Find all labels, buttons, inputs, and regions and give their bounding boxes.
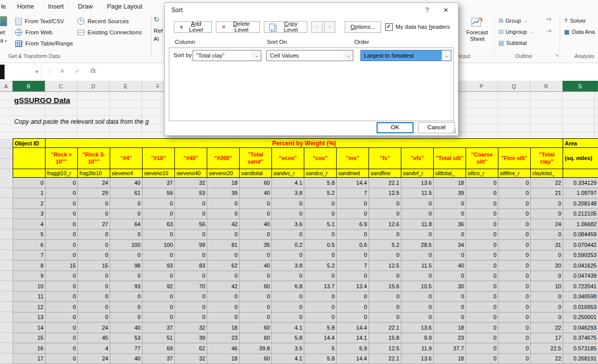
header-percent-by-weight[interactable]: Percent by Weight (%) [45, 139, 563, 148]
data-cell[interactable]: 0.268191 [563, 353, 598, 364]
data-cell[interactable]: 0.016953 [563, 302, 598, 313]
data-cell[interactable]: 0 [110, 302, 143, 313]
data-cell[interactable]: 24 [531, 219, 563, 230]
data-cell[interactable]: 0 [45, 219, 78, 230]
outline-dialog-launcher[interactable]: ↘ [555, 53, 559, 58]
data-cell[interactable]: 0 [531, 271, 563, 281]
data-cell[interactable]: 0 [498, 281, 531, 292]
data-cell[interactable]: 0 [143, 198, 175, 209]
field-name-cell[interactable]: silttotal_ [434, 169, 466, 178]
header-subcolumn[interactable]: "#40" [175, 148, 207, 169]
data-cell[interactable]: 0 [110, 271, 143, 281]
data-cell[interactable]: 0 [143, 209, 175, 219]
data-cell[interactable]: 0 [466, 261, 498, 271]
column-header-S[interactable]: S [563, 81, 598, 91]
data-cell[interactable]: 5.8 [272, 333, 304, 343]
data-cell[interactable]: 0 [369, 291, 401, 302]
header-subcolumn[interactable]: "vcos" [272, 148, 304, 169]
data-cell[interactable]: 5.8 [304, 353, 337, 364]
data-cell[interactable]: 0 [466, 229, 498, 240]
data-cell[interactable]: 4.1 [272, 323, 304, 333]
data-cell[interactable]: 0 [110, 209, 143, 219]
field-name-cell[interactable]: sandfine [369, 169, 401, 178]
data-cell[interactable]: 0 [337, 271, 369, 281]
data-cell[interactable]: 0 [272, 291, 304, 302]
data-cell[interactable]: 0 [466, 302, 498, 313]
data-cell[interactable]: 64 [110, 219, 143, 230]
data-cell[interactable]: 0 [207, 312, 240, 323]
data-cell[interactable]: 0.5 [304, 240, 337, 250]
recent-sources-button[interactable]: Recent Sources [77, 16, 142, 27]
data-cell[interactable]: 14.4 [337, 178, 369, 188]
column-header-E[interactable]: E [110, 81, 142, 91]
data-cell[interactable]: 0 [466, 250, 498, 261]
from-web-button[interactable]: From Web [15, 27, 73, 38]
data-cell[interactable]: 40 [240, 261, 272, 271]
data-cell[interactable]: 5.2 [304, 261, 337, 271]
data-cell[interactable]: 0 [175, 209, 207, 219]
header-subcolumn[interactable]: "ms" [337, 148, 369, 169]
data-cell[interactable]: 28.5 [401, 240, 434, 250]
data-cell[interactable]: 22.5 [531, 343, 563, 354]
data-cell[interactable]: 0 [369, 198, 401, 209]
solver-button[interactable]: ? Solver [564, 16, 586, 26]
data-cell[interactable]: 29 [78, 188, 110, 198]
data-cell[interactable]: 62 [175, 343, 207, 354]
data-cell[interactable]: 0 [175, 198, 207, 209]
data-cell[interactable]: 0 [304, 198, 337, 209]
add-level-button[interactable]: + Add Level [174, 21, 212, 33]
field-name-cell[interactable]: claytotal_ [531, 169, 563, 178]
field-name-cell[interactable]: siltco_r [466, 169, 498, 178]
header-subcolumn[interactable]: "Total clay" [531, 148, 563, 169]
field-name-empty[interactable] [563, 169, 598, 178]
data-cell[interactable]: 1.09797 [563, 188, 598, 198]
data-cell[interactable]: 63 [143, 219, 175, 230]
data-cell[interactable]: 0 [337, 312, 369, 323]
data-cell[interactable]: 34 [434, 240, 466, 250]
column-header-B[interactable]: B [13, 81, 45, 91]
data-cell[interactable]: 5.8 [304, 323, 337, 333]
data-cell[interactable]: 40 [110, 323, 143, 333]
data-cell[interactable]: 0 [304, 291, 337, 302]
data-cell[interactable]: 62 [207, 261, 240, 271]
existing-connections-button[interactable]: Existing Connections [77, 27, 142, 38]
data-cell[interactable]: 22 [531, 323, 563, 333]
data-cell[interactable]: 0 [498, 198, 531, 209]
data-cell[interactable]: 60 [240, 281, 272, 292]
data-cell[interactable]: 0 [466, 209, 498, 219]
data-cell[interactable]: 0 [498, 261, 531, 271]
data-cell[interactable]: 0 [531, 250, 563, 261]
data-cell[interactable]: 17 [13, 353, 45, 364]
data-cell[interactable]: 0 [401, 312, 434, 323]
data-cell[interactable]: 0 [466, 219, 498, 230]
data-cell[interactable]: 0 [466, 343, 498, 354]
data-cell[interactable]: 0 [304, 271, 337, 281]
data-cell[interactable]: 0 [45, 198, 78, 209]
data-cell[interactable]: 14.4 [304, 333, 337, 343]
data-cell[interactable]: 0 [110, 250, 143, 261]
data-cell[interactable]: 5.1 [304, 219, 337, 230]
data-cell[interactable]: 0 [45, 323, 78, 333]
data-cell[interactable]: 0 [175, 229, 207, 240]
data-cell[interactable]: 0 [498, 250, 531, 261]
data-cell[interactable]: 0 [401, 229, 434, 240]
data-cell[interactable]: 5.2 [369, 240, 401, 250]
data-cell[interactable]: 0 [498, 240, 531, 250]
header-subcolumn[interactable]: "#10" [143, 148, 175, 169]
data-cell[interactable]: 6.8 [272, 281, 304, 292]
data-cell[interactable]: 0 [337, 198, 369, 209]
data-cell[interactable]: 40 [240, 219, 272, 230]
data-cell[interactable]: 32 [175, 178, 207, 188]
data-cell[interactable]: 0 [45, 333, 78, 343]
data-cell[interactable]: 0 [143, 302, 175, 313]
data-cell[interactable]: 0 [45, 209, 78, 219]
data-cell[interactable]: 20 [531, 261, 563, 271]
data-cell[interactable]: 0 [78, 312, 110, 323]
data-cell[interactable]: 23 [434, 333, 466, 343]
data-cell[interactable]: 59 [143, 188, 175, 198]
data-cell[interactable]: 0 [337, 291, 369, 302]
data-cell[interactable]: 0 [498, 209, 531, 219]
data-cell[interactable]: 16 [13, 343, 45, 354]
data-cell[interactable]: 0 [466, 291, 498, 302]
delete-level-button[interactable]: ✕ Delete Level [216, 21, 260, 33]
